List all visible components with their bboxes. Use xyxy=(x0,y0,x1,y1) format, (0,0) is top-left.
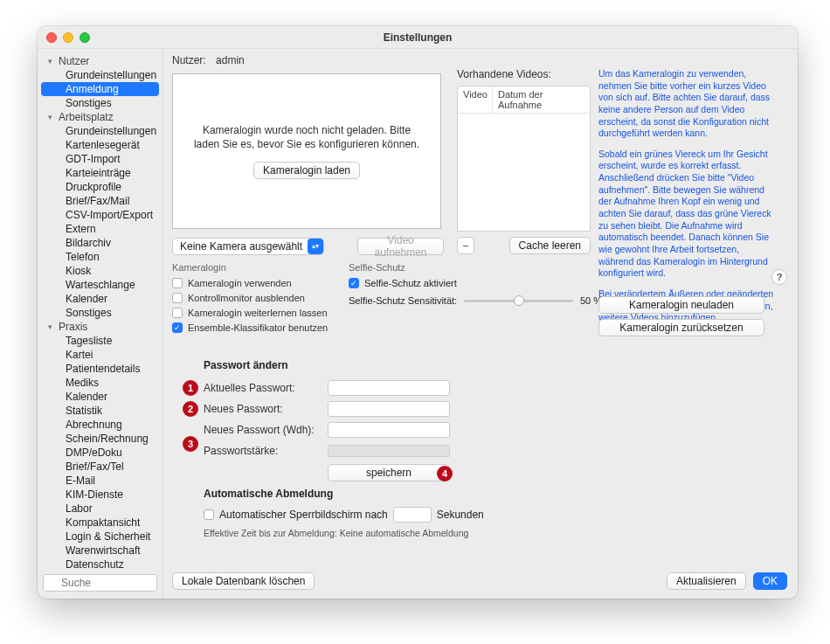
sidebar-item[interactable]: Warenwirtschaft xyxy=(41,544,159,557)
videos-table[interactable]: Video Datum der Aufnahme xyxy=(457,86,591,232)
selfie-slider[interactable] xyxy=(464,300,573,302)
sidebar-item[interactable]: Sonstiges xyxy=(41,306,159,320)
pw-new-input[interactable] xyxy=(328,401,450,417)
sidebar-item[interactable]: Brief/Fax/Mail xyxy=(41,194,159,208)
cache-clear-button[interactable]: Cache leeren xyxy=(509,237,591,254)
footer-buttons: Aktualisieren OK xyxy=(667,572,787,590)
user-value: admin xyxy=(216,54,245,66)
sidebar-item[interactable]: Kartenlesegerät xyxy=(41,138,159,152)
settings-window: Einstellungen ▾NutzerGrundeinstellungenA… xyxy=(38,26,798,599)
sidebar-item[interactable]: Brief/Fax/Tel xyxy=(41,460,159,474)
sidebar-item[interactable]: Extern xyxy=(41,222,159,236)
camera-message: Kameralogin wurde noch nicht geladen. Bi… xyxy=(189,123,425,151)
sidebar-group[interactable]: ▾Arbeitsplatz xyxy=(38,110,163,124)
sidebar-item[interactable]: Tagesliste xyxy=(41,334,159,348)
sidebar-item[interactable]: Grundeinstellungen xyxy=(41,68,159,82)
sidebar-item[interactable]: DMP/eDoku xyxy=(41,446,159,460)
kameralogin-group: Kameralogin Kameralogin verwenden Kontro… xyxy=(172,262,328,336)
user-label: Nutzer: xyxy=(172,54,206,66)
sidebar-item[interactable]: Kompaktansicht xyxy=(41,516,159,530)
camera-select-label: Keine Kamera ausgewählt xyxy=(180,240,302,253)
cameralogin-reload-button[interactable]: Kameralogin neuladen xyxy=(598,296,764,314)
sidebar-item[interactable]: CSV-Import/Export xyxy=(41,208,159,222)
help-text: Um das Kameralogin zu verwenden, nehmen … xyxy=(598,68,775,333)
sidebar-item[interactable]: Kalender xyxy=(41,292,159,306)
close-icon[interactable] xyxy=(46,32,57,43)
chk-selfie-enabled[interactable]: Selfie-Schutz aktiviert xyxy=(349,276,602,290)
sidebar-item[interactable]: Labor xyxy=(41,502,159,516)
chk-keep-learning[interactable]: Kameralogin weiterlernen lassen xyxy=(172,306,328,320)
videos-panel: Vorhandene Videos: Video Datum der Aufna… xyxy=(457,68,591,254)
sidebar-group[interactable]: ▾Nutzer xyxy=(38,54,163,68)
sidebar-item[interactable]: Login & Sicherheit xyxy=(41,530,159,544)
badge-2: 2 xyxy=(183,401,198,417)
sidebar-item[interactable]: Kiosk xyxy=(41,264,159,278)
auto-title: Automatische Abmeldung xyxy=(204,488,693,500)
refresh-button[interactable]: Aktualisieren xyxy=(667,572,746,590)
sidebar-item[interactable]: Karteieinträge xyxy=(41,166,159,180)
pw-save-button[interactable]: speichern 4 xyxy=(328,464,450,481)
videos-col-video: Video xyxy=(458,87,493,113)
auto-unit: Sekunden xyxy=(437,509,484,521)
help-button[interactable]: ? xyxy=(771,269,787,285)
sidebar-item[interactable]: Sonstiges xyxy=(41,96,159,110)
kameralogin-title: Kameralogin xyxy=(172,262,328,273)
pw-repeat-label: Neues Passwort (Wdh): xyxy=(204,424,328,436)
auto-row: Automatischer Sperrbildschirm nach Sekun… xyxy=(204,507,693,523)
window-title: Einstellungen xyxy=(384,31,453,44)
slider-thumb[interactable] xyxy=(514,295,524,306)
videos-footer: − Cache leeren xyxy=(457,237,591,254)
pw-current-input[interactable] xyxy=(328,380,450,396)
user-row: Nutzer: admin xyxy=(172,54,245,66)
sidebar-item[interactable]: Bildarchiv xyxy=(41,236,159,250)
sidebar-item[interactable]: Patientendetails xyxy=(41,362,159,376)
chevron-down-icon: ▾ xyxy=(48,57,55,66)
sidebar-item[interactable]: E-Mail xyxy=(41,474,159,488)
titlebar: Einstellungen xyxy=(38,26,798,49)
sidebar-item[interactable]: Telefon xyxy=(41,250,159,264)
sidebar-item[interactable]: Druckprofile xyxy=(41,180,159,194)
auto-seconds-input[interactable] xyxy=(393,507,432,523)
pw-repeat-input[interactable] xyxy=(328,422,450,438)
cameralogin-reset-button[interactable]: Kameralogin zurücksetzen xyxy=(598,319,764,336)
pw-new-label: Neues Passwort: xyxy=(204,403,328,415)
chk-auto-lock[interactable]: Automatischer Sperrbildschirm nach xyxy=(204,508,388,522)
chk-hide-monitor[interactable]: Kontrollmonitor ausblenden xyxy=(172,291,328,305)
sidebar-item[interactable]: Abrechnung xyxy=(41,418,159,432)
video-record-button[interactable]: Video aufnehmen xyxy=(357,238,444,255)
zoom-icon[interactable] xyxy=(80,32,90,43)
camera-load-button[interactable]: Kameralogin laden xyxy=(253,162,360,179)
password-section: Passwort ändern Aktuelles Passwort: Neue… xyxy=(204,359,605,481)
sidebar-item[interactable]: Grundeinstellungen xyxy=(41,124,159,138)
minimize-icon[interactable] xyxy=(63,32,73,43)
sidebar-item[interactable]: Kalender xyxy=(41,390,159,404)
password-title: Passwort ändern xyxy=(204,359,605,371)
sidebar-item[interactable]: Anmeldung xyxy=(41,82,159,96)
remove-video-button[interactable]: − xyxy=(457,237,474,254)
traffic-lights xyxy=(46,32,90,43)
sidebar-item[interactable]: Mediks xyxy=(41,376,159,390)
sidebar-item[interactable]: KIM-Dienste xyxy=(41,488,159,502)
selfie-sensitivity-row: Selfie-Schutz Sensitivität: 50 % xyxy=(349,295,602,306)
sidebar-item[interactable]: GDT-Import xyxy=(41,152,159,166)
chk-use-cameralogin[interactable]: Kameralogin verwenden xyxy=(172,276,328,290)
sidebar-group[interactable]: ▾Praxis xyxy=(38,320,163,334)
search-input[interactable] xyxy=(43,574,157,592)
sidebar-tree[interactable]: ▾NutzerGrundeinstellungenAnmeldungSonsti… xyxy=(38,52,163,571)
sidebar-item[interactable]: Statistik xyxy=(41,404,159,418)
chk-ensemble[interactable]: Ensemble-Klassifikator benutzen xyxy=(172,321,328,335)
sidebar-item[interactable]: Warteschlange xyxy=(41,278,159,292)
camera-select[interactable]: Keine Kamera ausgewählt ▴▾ xyxy=(172,238,324,255)
delete-local-db-button[interactable]: Lokale Datenbank löschen xyxy=(172,572,315,590)
camera-preview: Kameralogin wurde noch nicht geladen. Bi… xyxy=(172,73,441,229)
ok-button[interactable]: OK xyxy=(753,572,787,590)
videos-header: Video Datum der Aufnahme xyxy=(458,87,590,114)
auto-note: Effektive Zeit bis zur Abmeldung: Keine … xyxy=(204,528,693,538)
sidebar-item[interactable]: Datenschutz xyxy=(41,557,159,571)
chevron-down-icon: ▾ xyxy=(48,113,55,121)
auto-logout-section: Automatische Abmeldung Automatischer Spe… xyxy=(204,488,693,538)
updown-icon: ▴▾ xyxy=(308,239,323,254)
sidebar-item[interactable]: Schein/Rechnung xyxy=(41,432,159,446)
sidebar-item[interactable]: Kartei xyxy=(41,348,159,362)
pw-strength-label: Passwortstärke: xyxy=(204,445,328,457)
